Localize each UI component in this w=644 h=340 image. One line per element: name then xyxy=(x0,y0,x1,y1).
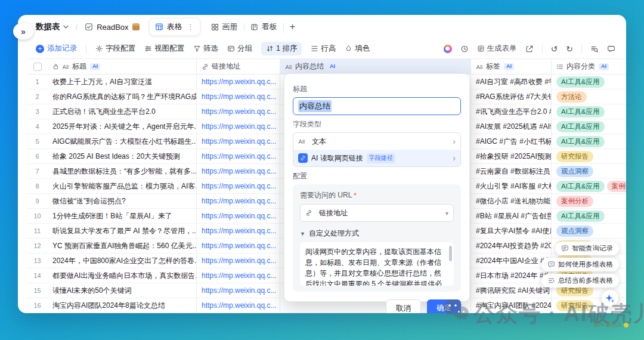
title-cell[interactable]: AIGC赋能展示广告：大模型在小红书标题生... xyxy=(48,134,197,149)
link-cell[interactable]: https://mp.weixin.qq.c... xyxy=(197,283,280,298)
tags-cell[interactable]: #2024年AI投资趋势 #202... xyxy=(471,239,552,253)
tags-cell[interactable]: #日本市场 #2024年 #生成... xyxy=(471,268,552,283)
category-cell[interactable]: 案例分析 xyxy=(552,194,626,208)
field-config-button[interactable]: 字段配置 xyxy=(95,44,135,54)
title-cell[interactable]: 县城里的数据标注员：“有多少智能，就有多... xyxy=(48,164,197,178)
tags-cell[interactable]: #拾象投研 #2025AI预测 #... xyxy=(471,149,552,163)
add-view-button[interactable]: + xyxy=(290,21,296,33)
tags-cell[interactable]: #腾讯研究院 #AI关键词 #... xyxy=(471,283,552,298)
link-cell[interactable]: https://mp.weixin.qq.c... xyxy=(197,89,280,104)
automation-color-icon[interactable] xyxy=(444,45,452,53)
field-shortcut-select[interactable]: AI 读取网页链接 字段捷径 › xyxy=(293,150,460,166)
comment-icon[interactable] xyxy=(607,45,615,53)
link-cell[interactable]: https://mp.weixin.qq.c... xyxy=(197,149,280,163)
title-cell[interactable]: 淘宝内容AI团队2024年8篇论文总结 xyxy=(48,298,197,313)
view-tab-grid[interactable]: 表格 ⋮ xyxy=(149,18,200,36)
tags-cell[interactable]: #云南蒙自 #数据标注员 #... xyxy=(471,164,552,178)
title-cell[interactable]: 2024年，中国800家AI企业交出了怎样的答卷... xyxy=(48,254,197,268)
field-title-input[interactable]: 内容总结 xyxy=(293,97,461,115)
title-cell[interactable]: 拾象 2025 AI Best Ideas：20大关键预测 xyxy=(48,149,197,163)
link-cell[interactable]: https://mp.weixin.qq.c... xyxy=(197,209,280,223)
category-cell[interactable]: AI工具&应用 xyxy=(552,104,626,119)
sort-button[interactable]: 1 排序 xyxy=(261,42,302,55)
title-cell[interactable]: 1分钟生成6张图！B站「星辰AI」来了 xyxy=(48,209,197,223)
assistant-chip[interactable]: 总结当前多维表格 xyxy=(541,274,619,288)
link-cell[interactable]: https://mp.weixin.qq.c... xyxy=(197,119,280,134)
tags-cell[interactable]: #AIGC #广告 #小红书标题... xyxy=(471,134,552,149)
redo-icon[interactable]: ↻ xyxy=(566,44,573,54)
add-record-button[interactable]: + 添加记录 xyxy=(36,44,77,54)
title-cell[interactable]: YC 预测百家垂直AI独角兽崛起：560 亿美元... xyxy=(48,239,197,253)
tags-cell[interactable]: #B站 #星辰AI #广告创意 #... xyxy=(471,209,552,223)
row-height-button[interactable]: 行高 xyxy=(311,44,336,54)
title-cell[interactable]: 收费上千上万元，AI自习室泛滥 xyxy=(48,75,197,89)
category-cell[interactable]: AI工具&应用 xyxy=(552,119,626,134)
group-button[interactable]: 分组 xyxy=(227,44,252,54)
history-clock-icon[interactable] xyxy=(460,45,469,53)
tags-cell[interactable]: #RAG系统评估 #7大关键... xyxy=(471,89,552,104)
link-cell[interactable]: https://mp.weixin.qq.c... xyxy=(197,134,280,149)
title-cell[interactable]: 2025开年对谈：AI关键之年，Agent开启元年... xyxy=(48,119,197,134)
view-tab-gallery[interactable]: 画册 xyxy=(205,21,244,32)
generate-form-button[interactable]: 生成表单 xyxy=(477,44,517,54)
link-cell[interactable]: https://mp.weixin.qq.c... xyxy=(197,179,280,193)
title-cell[interactable]: 微信被“送”到命运拐点? xyxy=(48,194,197,208)
category-cell[interactable]: AI工具&应用 xyxy=(552,75,626,89)
tab-more-icon[interactable]: ⋮ xyxy=(187,23,194,31)
link-cell[interactable]: https://mp.weixin.qq.c... xyxy=(197,75,280,89)
title-cell[interactable]: 你的RAG系统真的达标了吗？生产环境RAG成... xyxy=(48,89,197,104)
link-cell[interactable]: https://mp.weixin.qq.c... xyxy=(197,254,280,268)
link-cell[interactable]: https://mp.weixin.qq.c... xyxy=(197,268,280,283)
scrollbar-thumb[interactable] xyxy=(449,246,452,261)
custom-prompt-textarea[interactable]: 阅读网页中的文章内容，提取该页面基本信息，如标题、发布日期、文章来源（作者信息）… xyxy=(300,242,454,286)
link-cell[interactable]: https://mp.weixin.qq.c... xyxy=(197,164,280,178)
assistant-chip[interactable]: 如何使用多维表格 xyxy=(541,258,619,271)
dataset-switcher[interactable]: 数据表 xyxy=(36,21,69,32)
category-cell[interactable]: 研究报告 xyxy=(552,149,626,163)
share-icon[interactable] xyxy=(525,45,534,53)
column-header-link[interactable]: 链接地址 xyxy=(197,59,280,74)
expand-sidebar-button[interactable]: » xyxy=(13,23,33,39)
assistant-chip[interactable]: 智能查询记录 xyxy=(555,242,619,255)
category-cell[interactable]: 观点洞察 xyxy=(552,224,626,238)
column-header-title[interactable]: 标题 AI xyxy=(48,59,197,74)
url-field-select[interactable]: 链接地址 ▾ xyxy=(300,204,454,222)
tags-cell[interactable]: #微信小店 #送礼物功能 #... xyxy=(471,194,552,208)
link-cell[interactable]: https://mp.weixin.qq.c... xyxy=(197,239,280,253)
field-type-select[interactable]: 文本 › xyxy=(293,133,460,150)
title-cell[interactable]: 听说复旦大学发布了最严 AI 禁令？尽管用，... xyxy=(48,224,197,238)
category-cell[interactable]: AI工具&应用案例分析 xyxy=(552,179,626,193)
link-cell[interactable]: https://mp.weixin.qq.c... xyxy=(197,224,280,238)
cancel-button[interactable]: 取消 xyxy=(386,299,421,313)
tags-cell[interactable]: #AI发展 #2025机遇 #AI编... xyxy=(471,119,552,134)
tags-cell[interactable]: #复旦大学AI禁令 #AI使用... xyxy=(471,224,552,238)
custom-processing-toggle[interactable]: ▼ 自定义处理方式 xyxy=(300,228,454,239)
undo-icon[interactable]: ↺ xyxy=(551,44,558,54)
multi-select-icon xyxy=(556,63,564,70)
link-cell[interactable]: https://mp.weixin.qq.c... xyxy=(197,298,280,313)
tags-cell[interactable]: #2024年中国AI企业 #多维... xyxy=(471,254,552,268)
category-cell[interactable]: 方法论 xyxy=(552,89,626,104)
filter-button[interactable]: 筛选 xyxy=(193,44,218,54)
select-all-checkbox[interactable] xyxy=(33,63,42,71)
category-cell[interactable]: AI工具&应用 xyxy=(552,134,626,149)
column-header-category[interactable]: 内容分类 AI xyxy=(552,59,626,74)
title-cell[interactable]: 都要做AI出海业务瞄向日本市场，真实数据告... xyxy=(48,268,197,283)
tags-cell[interactable]: #讯飞商业生态平台2.0 #AI... xyxy=(471,104,552,119)
category-cell[interactable]: AI工具&应用 xyxy=(552,209,626,223)
link-cell[interactable]: https://mp.weixin.qq.c... xyxy=(197,104,280,119)
fill-color-button[interactable]: 填色 xyxy=(345,44,370,54)
title-cell[interactable]: 读懂AI未来的50个关键词 xyxy=(48,283,197,298)
category-cell[interactable]: 观点洞察 xyxy=(552,164,626,178)
tags-cell[interactable]: #AI自习室 #高昂收费 #学... xyxy=(471,75,552,89)
tags-cell[interactable]: #火山引擎 #AI客服 #大模... xyxy=(471,179,552,193)
view-config-button[interactable]: 视图配置 xyxy=(144,44,184,54)
title-cell[interactable]: 火山引擎智能客服产品总监：模力驱动，AI客... xyxy=(48,179,197,193)
column-header-tags[interactable]: 标签 AI xyxy=(471,59,552,74)
search-records-icon[interactable] xyxy=(590,45,599,53)
column-header-summary[interactable]: 内容总结 AI xyxy=(280,59,471,74)
title-cell[interactable]: 正式启动！讯飞商业生态平台2.0 xyxy=(48,104,197,119)
link-cell[interactable]: https://mp.weixin.qq.c... xyxy=(197,194,280,208)
document-title[interactable]: ReadBox xyxy=(85,23,139,32)
view-tab-kanban[interactable]: 看板 xyxy=(244,21,283,32)
